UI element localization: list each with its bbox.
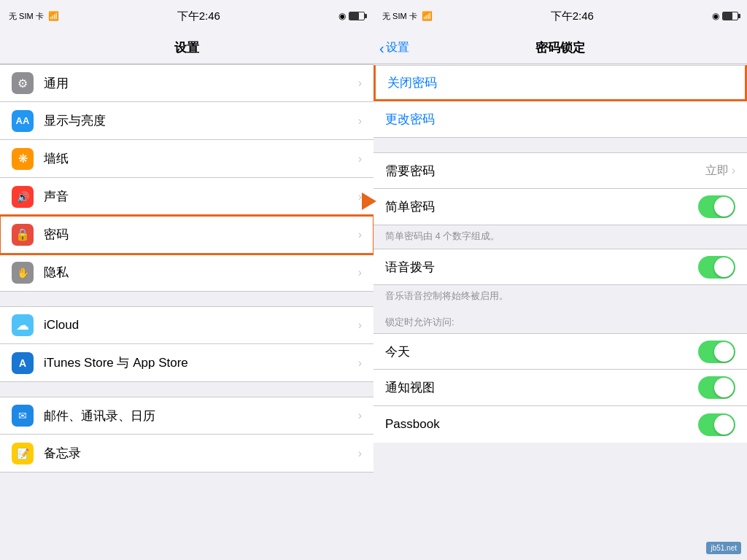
display-icon: AA bbox=[12, 110, 34, 132]
locked-access-label: 锁定时允许访问: bbox=[374, 308, 747, 333]
page-title-left: 设置 bbox=[174, 39, 199, 56]
status-right-left: ◉ bbox=[338, 11, 365, 21]
wifi-icon-right: 📶 bbox=[422, 11, 433, 21]
locked-access-section: 今天 通知视图 Passbook bbox=[374, 333, 747, 443]
right-panel: 无 SIM 卡 📶 下午2:46 ◉ ‹ 设置 密码锁定 关闭密码 更改密码 bbox=[374, 0, 747, 560]
mail-label: 邮件、通讯录、日历 bbox=[44, 408, 358, 424]
charging-icon: ◉ bbox=[338, 11, 346, 21]
notes-label: 备忘录 bbox=[44, 445, 358, 462]
require-passcode-value: 立即 bbox=[705, 163, 729, 179]
settings-item-icloud[interactable]: ☁ iCloud › bbox=[0, 306, 374, 344]
simple-passcode-subtitle: 简单密码由 4 个数字组成。 bbox=[374, 225, 747, 249]
status-time-right: 下午2:46 bbox=[551, 9, 594, 23]
watermark-text: jb51.net bbox=[711, 544, 737, 552]
chevron-icon: › bbox=[358, 77, 362, 90]
nav-bar-right: ‹ 设置 密码锁定 bbox=[374, 32, 747, 64]
passcode-section-1: 关闭密码 更改密码 bbox=[374, 65, 747, 138]
section-gap-right-1 bbox=[374, 138, 747, 152]
notifications-label: 通知视图 bbox=[385, 379, 698, 396]
settings-item-notes[interactable]: 📝 备忘录 › bbox=[0, 435, 374, 472]
passcode-section-2: 需要密码 立即 › 简单密码 bbox=[374, 152, 747, 225]
require-passcode-item[interactable]: 需要密码 立即 › bbox=[374, 152, 747, 189]
status-time-left: 下午2:46 bbox=[177, 9, 220, 23]
passbook-item[interactable]: Passbook bbox=[374, 406, 747, 443]
arrow-icon bbox=[362, 192, 376, 210]
sim-status-right: 无 SIM 卡 bbox=[382, 11, 417, 22]
wallpaper-label: 墙纸 bbox=[44, 150, 358, 167]
settings-item-sound[interactable]: 🔊 声音 › bbox=[0, 178, 374, 216]
passcode-icon: 🔒 bbox=[12, 224, 34, 246]
settings-list-right[interactable]: 关闭密码 更改密码 需要密码 立即 › 简单密码 简单密码由 4 个数字组成。 … bbox=[374, 64, 747, 560]
icloud-label: iCloud bbox=[44, 318, 358, 332]
back-label: 设置 bbox=[386, 40, 409, 55]
privacy-label: 隐私 bbox=[44, 264, 358, 281]
settings-item-general[interactable]: ⚙ 通用 › bbox=[0, 64, 374, 102]
change-passcode-item[interactable]: 更改密码 bbox=[374, 101, 747, 138]
status-bar-left: 无 SIM 卡 📶 下午2:46 ◉ bbox=[0, 0, 374, 32]
today-label: 今天 bbox=[385, 343, 698, 360]
chevron-icon: › bbox=[358, 357, 362, 370]
nav-bar-left: 设置 bbox=[0, 32, 374, 64]
itunes-label: iTunes Store 与 App Store bbox=[44, 354, 358, 371]
notifications-item[interactable]: 通知视图 bbox=[374, 370, 747, 406]
settings-item-privacy[interactable]: ✋ 隐私 › bbox=[0, 254, 374, 292]
notifications-toggle[interactable] bbox=[698, 376, 735, 399]
turn-off-passcode-label: 关闭密码 bbox=[387, 74, 733, 91]
back-button[interactable]: ‹ 设置 bbox=[379, 40, 409, 55]
voice-dial-label: 语音拨号 bbox=[385, 259, 698, 276]
mail-icon: ✉ bbox=[12, 405, 34, 427]
turn-off-passcode-item[interactable]: 关闭密码 bbox=[374, 65, 747, 101]
status-left-right: 无 SIM 卡 📶 bbox=[382, 11, 433, 22]
settings-item-passcode[interactable]: 🔒 密码 › bbox=[0, 216, 374, 254]
chevron-icon: › bbox=[358, 152, 362, 166]
status-right-right: ◉ bbox=[712, 11, 738, 21]
privacy-icon: ✋ bbox=[12, 262, 34, 284]
passcode-section-3: 语音拨号 bbox=[374, 249, 747, 285]
chevron-icon: › bbox=[358, 447, 362, 460]
voice-dial-item[interactable]: 语音拨号 bbox=[374, 249, 747, 285]
settings-item-wallpaper[interactable]: ❋ 墙纸 › bbox=[0, 140, 374, 178]
passbook-label: Passbook bbox=[385, 417, 698, 432]
section-gap-1 bbox=[0, 292, 374, 306]
display-label: 显示与亮度 bbox=[44, 112, 358, 129]
sound-icon: 🔊 bbox=[12, 186, 34, 208]
change-passcode-label: 更改密码 bbox=[385, 111, 735, 128]
icloud-icon: ☁ bbox=[12, 314, 34, 336]
simple-passcode-label: 简单密码 bbox=[385, 198, 698, 215]
chevron-icon: › bbox=[358, 319, 362, 332]
settings-item-mail[interactable]: ✉ 邮件、通讯录、日历 › bbox=[0, 397, 374, 435]
require-chevron-icon: › bbox=[732, 164, 735, 177]
general-icon: ⚙ bbox=[12, 72, 34, 94]
chevron-icon: › bbox=[358, 409, 362, 422]
simple-passcode-item[interactable]: 简单密码 bbox=[374, 189, 747, 225]
left-panel: 无 SIM 卡 📶 下午2:46 ◉ 设置 ⚙ 通用 › AA 显示与亮度 › bbox=[0, 0, 374, 560]
status-bar-right: 无 SIM 卡 📶 下午2:46 ◉ bbox=[374, 0, 747, 32]
status-left: 无 SIM 卡 📶 bbox=[9, 11, 59, 22]
today-item[interactable]: 今天 bbox=[374, 333, 747, 370]
charging-icon-right: ◉ bbox=[712, 11, 719, 21]
itunes-icon: A bbox=[12, 352, 34, 374]
sim-status: 无 SIM 卡 bbox=[9, 11, 44, 22]
voice-dial-toggle[interactable] bbox=[698, 256, 735, 279]
section-gap-2 bbox=[0, 382, 374, 397]
section-3: ✉ 邮件、通讯录、日历 › 📝 备忘录 › bbox=[0, 397, 374, 472]
general-label: 通用 bbox=[44, 75, 358, 92]
wifi-icon: 📶 bbox=[48, 11, 59, 21]
settings-item-itunes[interactable]: A iTunes Store 与 App Store › bbox=[0, 344, 374, 382]
chevron-icon: › bbox=[358, 114, 362, 128]
notes-icon: 📝 bbox=[12, 443, 34, 464]
section-1: ⚙ 通用 › AA 显示与亮度 › ❋ 墙纸 › 🔊 声音 › 🔒 密码 bbox=[0, 64, 374, 292]
section-2: ☁ iCloud › A iTunes Store 与 App Store › bbox=[0, 306, 374, 382]
battery-icon bbox=[349, 12, 365, 20]
battery-icon-right bbox=[722, 12, 738, 20]
today-toggle[interactable] bbox=[698, 341, 735, 363]
sound-label: 声音 bbox=[44, 188, 358, 205]
settings-list-left[interactable]: ⚙ 通用 › AA 显示与亮度 › ❋ 墙纸 › 🔊 声音 › 🔒 密码 bbox=[0, 64, 374, 560]
simple-passcode-toggle[interactable] bbox=[698, 195, 735, 218]
require-passcode-label: 需要密码 bbox=[385, 163, 705, 179]
watermark: jb51.net bbox=[706, 542, 741, 554]
passcode-label: 密码 bbox=[44, 226, 358, 243]
passbook-toggle[interactable] bbox=[698, 413, 735, 436]
page-title-right: 密码锁定 bbox=[535, 39, 585, 56]
settings-item-display[interactable]: AA 显示与亮度 › bbox=[0, 102, 374, 140]
